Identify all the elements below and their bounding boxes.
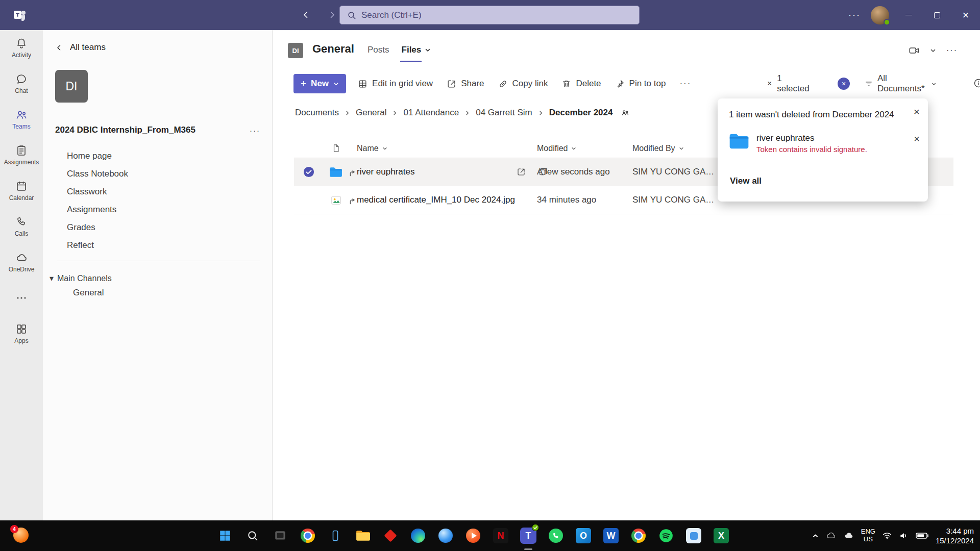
close-window-button[interactable]: ×	[951, 0, 980, 30]
new-button[interactable]: + New	[293, 74, 346, 93]
main-channels-header[interactable]: ▾ Main Channels	[50, 273, 112, 283]
rail-item-apps[interactable]: Apps	[0, 316, 43, 352]
sidebar-item-home-page[interactable]: Home page	[43, 147, 272, 165]
onedrive-tray-icon[interactable]	[825, 530, 837, 541]
chevron-right-icon	[538, 110, 544, 116]
grid-icon	[358, 79, 368, 89]
close-icon[interactable]: ×	[914, 133, 920, 145]
rail-item-teams[interactable]: Teams	[0, 102, 43, 137]
edit-grid-view-button[interactable]: Edit in grid view	[358, 79, 433, 89]
column-header-modified-by[interactable]: Modified By	[632, 144, 719, 153]
column-header-name[interactable]: Name	[348, 144, 537, 153]
meet-camera-icon[interactable]	[909, 45, 920, 56]
delete-button[interactable]: Delete	[561, 79, 601, 89]
rail-item-activity[interactable]: Activity	[0, 30, 43, 66]
breadcrumb-04-garrett-sim[interactable]: 04 Garrett Sim	[476, 108, 532, 118]
taskbar-search-button[interactable]	[242, 525, 263, 546]
moved-item-arrow-icon	[349, 198, 355, 205]
sidebar-item-assignments[interactable]: Assignments	[43, 201, 272, 218]
row-more-icon[interactable]: ···	[560, 167, 572, 177]
outlook-icon[interactable]: O	[573, 525, 594, 546]
folder-icon	[729, 133, 749, 149]
dismiss-badge-icon[interactable]: ×	[838, 78, 850, 90]
active-tab-indicator	[400, 61, 422, 62]
file-type-column-icon[interactable]	[324, 143, 348, 153]
clear-selection-icon[interactable]: ×	[767, 79, 772, 88]
file-name[interactable]: medical certificate_IMH_10 Dec 2024.jpg	[357, 195, 515, 205]
rail-item-more[interactable]	[0, 280, 43, 316]
chevron-right-icon	[345, 110, 350, 116]
tray-corner-app-icon[interactable]: 4	[13, 528, 30, 544]
info-icon[interactable]	[973, 78, 980, 88]
file-name[interactable]: river euphrates	[357, 167, 414, 177]
avatar[interactable]	[871, 6, 889, 24]
pin-to-top-button[interactable]: Pin to top	[615, 79, 666, 89]
phone-icon	[15, 216, 28, 228]
sidebar-item-classwork[interactable]: Classwork	[43, 183, 272, 201]
whatsapp-icon[interactable]	[546, 525, 566, 546]
volume-icon[interactable]	[899, 531, 909, 541]
all-teams-back-link[interactable]: All teams	[55, 42, 106, 53]
sidebar-item-grades[interactable]: Grades	[43, 218, 272, 236]
windows-start-button[interactable]	[215, 525, 235, 546]
close-icon[interactable]: ×	[914, 106, 920, 118]
titlebar-more-icon[interactable]: ···	[843, 10, 866, 20]
members-icon[interactable]	[621, 108, 630, 117]
channel-more-icon[interactable]: ···	[946, 46, 958, 55]
task-view-icon[interactable]	[270, 525, 290, 546]
battery-icon[interactable]	[916, 532, 929, 539]
channel-item-general[interactable]: General	[73, 288, 104, 298]
team-avatar[interactable]: DI	[55, 70, 88, 103]
teams-taskbar-icon[interactable]: T	[518, 525, 538, 546]
search-bar[interactable]	[339, 6, 640, 24]
breadcrumb-01-attendance[interactable]: 01 Attendance	[403, 108, 459, 118]
back-arrow-icon[interactable]	[298, 7, 313, 22]
edge-icon[interactable]	[408, 525, 428, 546]
breadcrumb-general[interactable]: General	[356, 108, 386, 118]
hidden-icons-chevron[interactable]	[812, 533, 819, 539]
rail-item-onedrive[interactable]: OneDrive	[0, 244, 43, 280]
copy-link-button[interactable]: Copy link	[498, 79, 548, 89]
document-view-selector[interactable]: All Documents*	[865, 74, 937, 93]
netflix-icon[interactable]: N	[491, 525, 511, 546]
wifi-icon[interactable]	[882, 531, 892, 541]
column-header-modified[interactable]: Modified	[537, 144, 632, 153]
phone-link-icon[interactable]	[325, 525, 346, 546]
rail-item-calendar[interactable]: Calendar	[0, 173, 43, 209]
share-icon[interactable]	[517, 167, 526, 177]
search-input[interactable]	[361, 10, 632, 20]
row-selected-checkbox[interactable]	[294, 166, 324, 178]
file-explorer-icon[interactable]	[353, 525, 373, 546]
files-toolbar: + New Edit in grid view Share Copy link …	[293, 74, 691, 93]
rail-item-assignments[interactable]: Assignments	[0, 137, 43, 173]
maximize-button[interactable]	[923, 0, 951, 30]
blue-circle-app-icon[interactable]	[435, 525, 456, 546]
chrome-icon[interactable]	[298, 525, 318, 546]
spotify-icon[interactable]	[656, 525, 676, 546]
toolbar-more-icon[interactable]: ···	[679, 79, 691, 89]
taskbar-clock[interactable]: 3:44 pm 15/12/2024	[936, 526, 974, 546]
rail-item-chat[interactable]: Chat	[0, 66, 43, 102]
channel-title: General	[312, 42, 354, 56]
chrome-icon[interactable]	[628, 525, 649, 546]
team-options-icon[interactable]: ···	[250, 126, 260, 135]
light-blue-app-icon[interactable]	[683, 525, 704, 546]
sidebar-item-class-notebook[interactable]: Class Notebook	[43, 165, 272, 183]
view-all-link[interactable]: View all	[730, 176, 762, 186]
media-play-app-icon[interactable]	[463, 525, 483, 546]
forward-arrow-icon[interactable]	[325, 7, 340, 22]
excel-icon[interactable]: X	[711, 525, 731, 546]
red-diamond-app-icon[interactable]	[380, 525, 401, 546]
minimize-button[interactable]	[894, 0, 923, 30]
share-button[interactable]: Share	[447, 79, 484, 89]
word-icon[interactable]: W	[601, 525, 621, 546]
tab-posts[interactable]: Posts	[368, 45, 389, 55]
breadcrumb-documents[interactable]: Documents	[295, 108, 339, 118]
chevron-down-icon[interactable]	[930, 47, 936, 54]
sidebar-item-reflect[interactable]: Reflect	[43, 236, 272, 254]
language-indicator[interactable]: ENG US	[861, 528, 875, 543]
rail-item-calls[interactable]: Calls	[0, 209, 43, 244]
onedrive-tray-icon-2[interactable]	[843, 530, 854, 541]
tab-files[interactable]: Files	[402, 45, 431, 55]
copy-to-icon[interactable]	[538, 167, 548, 177]
